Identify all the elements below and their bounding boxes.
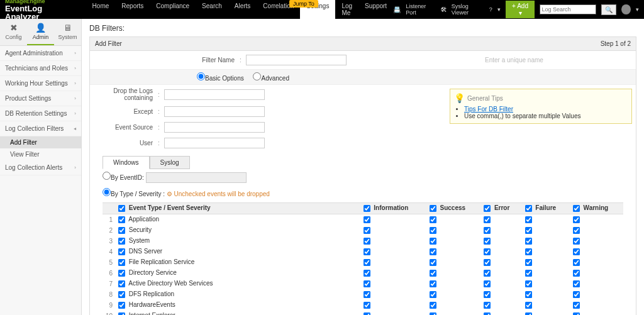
cell-check[interactable] — [484, 270, 491, 277]
sub-view-filter[interactable]: View Filter — [0, 148, 81, 160]
cell-check[interactable] — [430, 291, 436, 298]
cell-check[interactable] — [525, 270, 532, 277]
col-check[interactable] — [430, 205, 436, 212]
cell-check[interactable] — [484, 280, 491, 287]
by-type-radio[interactable]: By Type / Severity : — [103, 191, 165, 197]
cell-check[interactable] — [364, 302, 370, 309]
cell-check[interactable] — [484, 291, 491, 298]
col-check[interactable] — [364, 205, 370, 212]
cell-check[interactable] — [573, 291, 580, 298]
row-check[interactable] — [118, 259, 125, 266]
cell-check[interactable] — [525, 259, 532, 266]
caret-down-icon[interactable]: ▾ — [497, 6, 501, 13]
cell-check[interactable] — [430, 312, 436, 315]
cell-check[interactable] — [573, 259, 580, 266]
cell-check[interactable] — [573, 227, 580, 234]
listener-port-link[interactable]: Listener Port — [406, 3, 435, 16]
cell-check[interactable] — [430, 248, 436, 255]
cell-check[interactable] — [430, 259, 436, 266]
cell-check[interactable] — [525, 291, 532, 298]
log-search-input[interactable] — [540, 4, 596, 14]
nav-home[interactable]: Home — [86, 0, 116, 21]
nav-search[interactable]: Search — [196, 0, 228, 21]
cell-check[interactable] — [573, 216, 580, 223]
cell-check[interactable] — [573, 312, 580, 315]
row-check[interactable] — [118, 280, 125, 287]
search-icon[interactable]: 🔍 — [601, 4, 616, 15]
cell-check[interactable] — [525, 312, 532, 315]
tab-syslog[interactable]: Syslog — [150, 156, 190, 169]
cell-check[interactable] — [525, 248, 532, 255]
row-check[interactable] — [118, 312, 125, 315]
sub-add-filter[interactable]: Add Filter — [0, 136, 81, 148]
jump-to-badge[interactable]: Jump To — [289, 0, 318, 8]
cell-check[interactable] — [484, 238, 491, 245]
cell-check[interactable] — [364, 259, 370, 266]
tool-admin[interactable]: 👤Admin — [27, 19, 54, 45]
user-caret-icon[interactable]: ▾ — [636, 6, 639, 13]
cell-check[interactable] — [364, 291, 370, 298]
drop-input[interactable] — [164, 89, 265, 100]
side-working-hour-settings[interactable]: Working Hour Settings› — [0, 76, 81, 91]
cell-check[interactable] — [364, 238, 370, 245]
nav-reports[interactable]: Reports — [115, 0, 150, 21]
row-check[interactable] — [118, 270, 125, 277]
col-check[interactable] — [573, 205, 580, 212]
help-icon[interactable]: ? — [489, 6, 492, 13]
cell-check[interactable] — [364, 248, 370, 255]
cell-check[interactable] — [484, 312, 491, 315]
by-eventid-radio[interactable]: By EventID: — [103, 174, 144, 181]
cell-check[interactable] — [364, 216, 370, 223]
side-db-retention-settings[interactable]: DB Retention Settings› — [0, 106, 81, 121]
cell-check[interactable] — [364, 280, 370, 287]
cell-check[interactable] — [430, 238, 436, 245]
col-check[interactable] — [525, 205, 532, 212]
cell-check[interactable] — [573, 302, 580, 309]
side-log-collection-alerts[interactable]: Log Collection Alerts› — [0, 160, 81, 175]
cell-check[interactable] — [484, 302, 491, 309]
side-product-settings[interactable]: Product Settings› — [0, 91, 81, 106]
syslog-viewer-link[interactable]: Syslog Viewer — [452, 3, 484, 16]
row-check[interactable] — [118, 238, 125, 245]
cell-check[interactable] — [525, 302, 532, 309]
cell-check[interactable] — [430, 270, 436, 277]
nav-compliance[interactable]: Compliance — [150, 0, 196, 21]
row-check[interactable] — [118, 216, 125, 223]
tab-windows[interactable]: Windows — [103, 156, 150, 169]
col-check[interactable] — [118, 205, 125, 212]
eventid-input[interactable] — [146, 172, 247, 183]
user-input[interactable] — [164, 138, 265, 148]
tool-system[interactable]: 🖥System — [54, 19, 81, 45]
nav-alerts[interactable]: Alerts — [228, 0, 257, 21]
user-avatar-icon[interactable] — [621, 4, 631, 14]
cell-check[interactable] — [525, 280, 532, 287]
side-agent-administration[interactable]: Agent Administration› — [0, 46, 81, 61]
cell-check[interactable] — [484, 259, 491, 266]
cell-check[interactable] — [573, 270, 580, 277]
cell-check[interactable] — [573, 280, 580, 287]
row-check[interactable] — [118, 302, 125, 309]
except-input[interactable] — [164, 106, 265, 117]
cell-check[interactable] — [430, 227, 436, 234]
cell-check[interactable] — [573, 248, 580, 255]
cell-check[interactable] — [364, 227, 370, 234]
cell-check[interactable] — [430, 280, 436, 287]
source-input[interactable] — [164, 122, 265, 133]
cell-check[interactable] — [484, 227, 491, 234]
cell-check[interactable] — [484, 216, 491, 223]
nav-log-me[interactable]: Log Me — [335, 0, 358, 21]
cell-check[interactable] — [430, 216, 436, 223]
advanced-option[interactable]: Advanced — [253, 75, 289, 82]
cell-check[interactable] — [525, 227, 532, 234]
col-check[interactable] — [484, 205, 491, 212]
side-log-collection-filters[interactable]: Log Collection Filters▾ — [0, 121, 81, 136]
row-check[interactable] — [118, 291, 125, 298]
nav-support[interactable]: Support — [358, 0, 393, 21]
tips-link[interactable]: Tips For DB Filter — [464, 106, 513, 113]
basic-option[interactable]: Basic Options — [197, 75, 244, 82]
filter-name-input[interactable] — [246, 55, 347, 65]
cell-check[interactable] — [430, 302, 436, 309]
cell-check[interactable] — [364, 312, 370, 315]
cell-check[interactable] — [573, 238, 580, 245]
add-button[interactable]: + Add ▾ — [506, 1, 535, 18]
